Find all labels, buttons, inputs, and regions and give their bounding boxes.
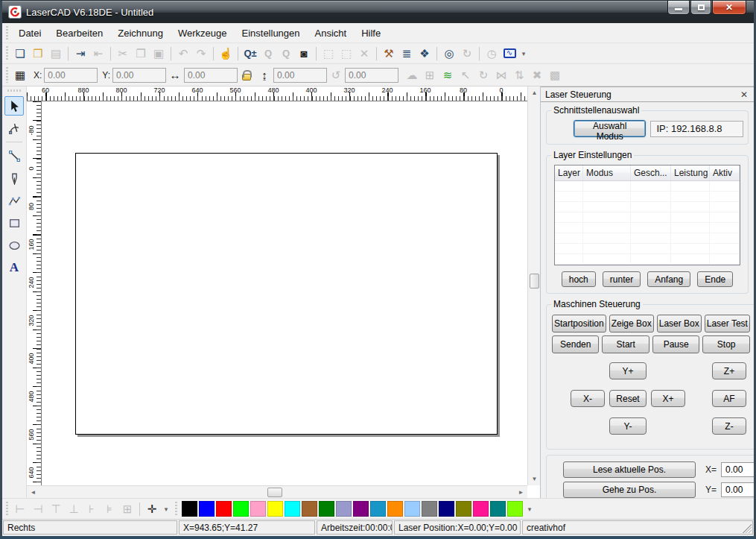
color-swatch[interactable] [216, 501, 232, 517]
menu-datei[interactable]: Datei [11, 24, 48, 42]
menu-hilfe[interactable]: Hilfe [354, 24, 388, 42]
menu-werkzeuge[interactable]: Werkzeuge [171, 24, 235, 42]
ellipse-tool[interactable] [4, 236, 24, 255]
new-document-icon[interactable]: ❏ [11, 45, 29, 63]
preview-monitor-icon[interactable]: ∿ [501, 45, 518, 63]
import-icon[interactable]: ⇥ [72, 45, 89, 63]
color-swatch[interactable] [233, 501, 249, 517]
layer-colors-icon[interactable]: ≋ [439, 66, 457, 84]
color-swatch[interactable] [182, 501, 197, 517]
color-swatch[interactable] [336, 501, 352, 517]
text-tool[interactable]: A [4, 258, 24, 277]
y-position-input[interactable] [112, 68, 166, 83]
color-swatch[interactable] [473, 501, 489, 517]
color-swatch[interactable] [490, 501, 506, 517]
menu-ansicht[interactable]: Ansicht [308, 24, 355, 42]
color-swatch[interactable] [387, 501, 403, 517]
color-swatch[interactable] [267, 501, 283, 517]
zoom-dynamic-icon[interactable]: Q± [241, 45, 259, 63]
scroll-left-icon[interactable]: ◄ [27, 486, 39, 499]
color-swatch[interactable] [199, 501, 215, 517]
node-select-icon[interactable]: ❖ [416, 45, 433, 63]
jog-y-plus-button[interactable]: Y+ [609, 362, 647, 379]
pen-tool[interactable] [4, 168, 24, 188]
zeige-box-button[interactable]: Zeige Box [609, 315, 654, 332]
vertical-scrollbar[interactable]: ▲ ▼ [527, 86, 540, 485]
color-swatch[interactable] [404, 501, 420, 517]
color-swatch[interactable] [302, 501, 317, 517]
maximize-button[interactable] [690, 1, 711, 15]
color-swatch[interactable] [250, 501, 266, 517]
param-list-icon[interactable]: ≣ [398, 45, 416, 63]
color-swatch[interactable] [353, 501, 369, 517]
minimize-button[interactable] [667, 1, 690, 15]
color-swatch[interactable] [422, 501, 437, 517]
width-input[interactable] [184, 68, 238, 83]
palette-toolbar-grip[interactable] [174, 502, 179, 516]
layer-ende-button[interactable]: Ende [697, 271, 733, 287]
color-swatch[interactable] [507, 501, 523, 517]
color-swatch[interactable] [439, 501, 454, 517]
node-edit-tool[interactable] [4, 119, 24, 138]
simulate-tool-icon[interactable]: ⚒ [380, 45, 398, 63]
zoom-page-icon[interactable]: ◙ [295, 45, 313, 63]
align-overflow-icon[interactable]: ▾ [161, 500, 171, 518]
palette-grip[interactable] [7, 88, 21, 92]
rotation-input[interactable] [345, 68, 398, 83]
toolbar-overflow-icon[interactable]: ▾ [518, 45, 529, 63]
height-input[interactable] [273, 68, 327, 83]
stop-button[interactable]: Stop [702, 335, 749, 353]
palette-overflow-icon[interactable]: ▾ [524, 500, 535, 518]
laser-test-button[interactable]: Laser Test [705, 315, 750, 332]
jog-y-minus-button[interactable]: Y- [609, 417, 647, 435]
menu-bearbeiten[interactable]: Bearbeiten [48, 24, 110, 42]
curve-edit-icon[interactable]: ◎ [440, 45, 458, 63]
pause-button[interactable]: Pause [652, 335, 699, 353]
laser-box-button[interactable]: Laser Box [657, 315, 702, 332]
jog-af-button[interactable]: AF [712, 390, 746, 407]
layer-column-header[interactable]: Modus [583, 166, 631, 180]
color-swatch[interactable] [370, 501, 386, 517]
vertical-scroll-thumb[interactable] [530, 274, 539, 289]
layer-column-header[interactable]: Leistung [671, 166, 710, 180]
node-add-icon[interactable]: ✛ [143, 500, 161, 518]
line-tool[interactable] [4, 146, 24, 166]
color-swatch[interactable] [285, 501, 300, 517]
jog-z-plus-button[interactable]: Z+ [712, 362, 746, 379]
goto-position-button[interactable]: Gehe zu Pos. [563, 482, 696, 498]
color-swatch[interactable] [456, 501, 471, 517]
open-file-icon[interactable]: ❒ [29, 45, 47, 63]
layer-column-header[interactable]: Gesch... [631, 166, 671, 180]
layer-column-header[interactable]: Aktiv [710, 166, 740, 180]
auswahl-modus-button[interactable]: Auswahl Modus [574, 120, 646, 137]
drawing-area[interactable] [42, 101, 527, 485]
polyline-tool[interactable] [4, 191, 24, 210]
select-tool[interactable] [4, 96, 24, 116]
horizontal-scrollbar[interactable]: ◄ ► [27, 485, 527, 498]
jog-x-plus-button[interactable]: X+ [651, 390, 685, 407]
jog-reset-button[interactable]: Reset [609, 390, 647, 407]
close-button[interactable]: ✕ [712, 1, 746, 15]
lock-ratio-icon[interactable] [238, 66, 255, 84]
layer-column-header[interactable]: Layer [555, 166, 583, 180]
panel-close-icon[interactable]: ✕ [739, 89, 749, 100]
toolbar-grip[interactable] [4, 46, 10, 60]
layer-anfang-button[interactable]: Anfang [647, 271, 690, 287]
color-swatch[interactable] [319, 501, 334, 517]
menu-grip[interactable] [4, 26, 10, 40]
x-position-input[interactable] [44, 68, 98, 83]
scroll-right-icon[interactable]: ► [515, 486, 527, 499]
transform-toolbar-grip[interactable] [4, 67, 10, 83]
layer-table[interactable]: LayerModusGesch...LeistungAktiv [554, 165, 740, 265]
read-position-button[interactable]: Lese aktuelle Pos. [563, 461, 696, 478]
layer-hoch-button[interactable]: hoch [562, 271, 596, 287]
horizontal-scroll-thumb[interactable] [267, 488, 282, 497]
menu-zeichnung[interactable]: Zeichnung [110, 24, 171, 42]
pos-y-input[interactable] [721, 482, 754, 497]
scroll-up-icon[interactable]: ▲ [528, 86, 541, 99]
jog-z-minus-button[interactable]: Z- [712, 417, 746, 435]
layer-runter-button[interactable]: runter [603, 271, 641, 287]
menu-einstellungen[interactable]: Einstellungen [234, 24, 307, 42]
align-toolbar-grip[interactable] [4, 502, 10, 516]
pos-x-input[interactable] [721, 462, 754, 477]
